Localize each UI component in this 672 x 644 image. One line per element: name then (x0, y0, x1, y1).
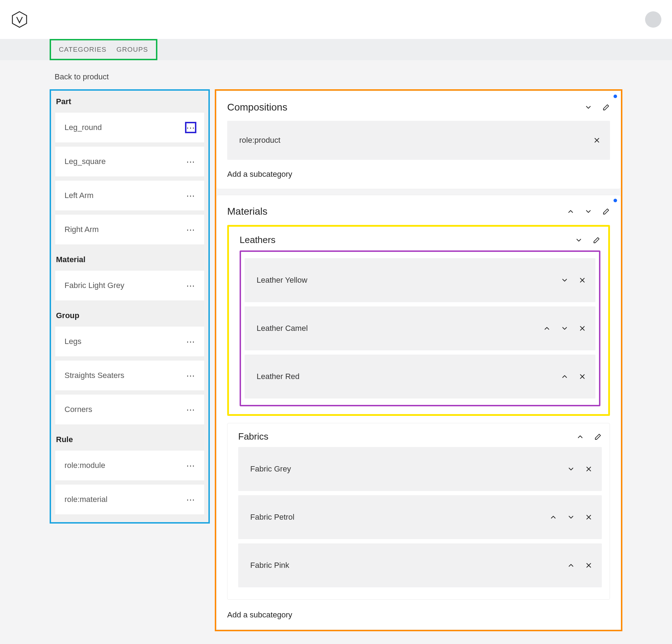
sidebar-item-label: role:module (65, 461, 105, 470)
more-icon[interactable]: ··· (185, 494, 196, 505)
sidebar-section-title: Part (51, 91, 208, 113)
item-label: Fabric Grey (250, 464, 291, 474)
item-close-icon[interactable] (585, 561, 593, 569)
subcategory-title: Fabrics (238, 431, 268, 442)
sidebar-item[interactable]: Leg_round··· (55, 113, 204, 142)
more-icon[interactable]: ··· (185, 156, 196, 167)
add-subcategory[interactable]: Add a subcategory (227, 170, 292, 179)
subcategory: FabricsFabric GreyFabric PetrolFabric Pi… (227, 423, 610, 600)
sidebar-item[interactable]: Leg_square··· (55, 147, 204, 176)
item-down-icon[interactable] (561, 276, 569, 284)
panel: Compositionsrole:productAdd a subcategor… (216, 91, 621, 189)
panel-edit-icon[interactable] (602, 103, 610, 111)
sidebar-item[interactable]: Left Arm··· (55, 181, 204, 210)
sidebar-item-label: Legs (65, 337, 82, 346)
more-icon[interactable]: ··· (185, 460, 196, 471)
panel-head: Compositions (227, 102, 610, 113)
more-icon[interactable]: ··· (185, 224, 196, 235)
item-row[interactable]: Fabric Pink (238, 543, 602, 587)
chip-label: role:product (239, 136, 280, 145)
subcategory: LeathersLeather YellowLeather CamelLeath… (227, 225, 610, 416)
item-row[interactable]: Leather Camel (245, 306, 595, 350)
item-close-icon[interactable] (578, 276, 586, 284)
more-icon[interactable]: ··· (185, 404, 196, 415)
svg-marker-2 (12, 12, 27, 27)
item-close-icon[interactable] (578, 373, 586, 380)
more-icon[interactable]: ··· (185, 336, 196, 347)
sidebar-item-label: Right Arm (65, 225, 99, 234)
item-actions (543, 324, 586, 332)
chip-close-icon[interactable] (593, 136, 601, 144)
item-label: Fabric Petrol (250, 513, 295, 522)
item-row[interactable]: Fabric Grey (238, 447, 602, 491)
sidebar-item[interactable]: role:material··· (55, 485, 204, 514)
panel-up-icon[interactable] (567, 208, 575, 215)
item-up-icon[interactable] (549, 513, 557, 521)
panel-edit-icon[interactable] (602, 208, 610, 215)
panel-actions (567, 208, 610, 215)
sidebar-item[interactable]: role:module··· (55, 451, 204, 480)
more-icon[interactable]: ··· (185, 190, 196, 201)
item-actions (549, 513, 593, 521)
change-indicator-dot (614, 95, 617, 98)
item-actions (567, 561, 593, 569)
back-link[interactable]: Back to product (50, 72, 109, 89)
avatar[interactable] (645, 11, 661, 28)
item-up-icon[interactable] (567, 561, 575, 569)
sidebar-section-title: Rule (51, 429, 208, 451)
panel-title: Compositions (227, 102, 287, 113)
subcat-up-icon[interactable] (576, 433, 584, 441)
item-row[interactable]: Leather Red (245, 355, 595, 399)
topbar (0, 0, 672, 39)
sidebar-item-label: Fabric Light Grey (65, 281, 124, 290)
sidebar-item[interactable]: Corners··· (55, 395, 204, 424)
item-row[interactable]: Leather Yellow (245, 258, 595, 302)
add-subcategory[interactable]: Add a subcategory (227, 610, 292, 620)
item-close-icon[interactable] (585, 465, 593, 473)
item-down-icon[interactable] (567, 465, 575, 473)
item-row[interactable]: Fabric Petrol (238, 495, 602, 539)
item-close-icon[interactable] (578, 324, 586, 332)
subcategory-items-highlight: Leather YellowLeather CamelLeather Red (240, 250, 600, 406)
subcategory-head: Fabrics (238, 431, 602, 442)
app-logo (11, 11, 28, 28)
item-down-icon[interactable] (561, 324, 569, 332)
panel: MaterialsLeathersLeather YellowLeather C… (216, 195, 621, 630)
sidebar-item-label: Straights Seaters (65, 371, 124, 380)
sidebar-item[interactable]: Fabric Light Grey··· (55, 271, 204, 300)
sidebar-section-title: Group (51, 305, 208, 327)
more-icon[interactable]: ··· (185, 370, 196, 381)
item-label: Fabric Pink (250, 561, 289, 570)
item-label: Leather Camel (257, 324, 308, 333)
subcat-edit-icon[interactable] (594, 433, 602, 441)
sidebar-item[interactable]: Straights Seaters··· (55, 361, 204, 390)
subcat-down-icon[interactable] (575, 236, 583, 244)
sidebar-section-title: Material (51, 249, 208, 271)
sidebar-item-label: Leg_square (65, 157, 106, 166)
item-up-icon[interactable] (561, 373, 569, 380)
item-label: Leather Red (257, 372, 299, 381)
sidebar-item-label: Corners (65, 405, 92, 414)
panel-actions (584, 103, 610, 111)
item-down-icon[interactable] (567, 513, 575, 521)
subcategory-actions (575, 236, 600, 244)
main-panel: Compositionsrole:productAdd a subcategor… (215, 89, 622, 631)
tab-categories[interactable]: CATEGORIES (54, 46, 112, 53)
tab-groups[interactable]: GROUPS (112, 46, 153, 53)
item-up-icon[interactable] (543, 324, 551, 332)
chip-actions (593, 136, 601, 144)
item-actions (567, 465, 593, 473)
more-icon[interactable]: ··· (185, 122, 196, 133)
sidebar: PartLeg_round···Leg_square···Left Arm···… (50, 89, 210, 524)
sidebar-item[interactable]: Right Arm··· (55, 215, 204, 244)
item-close-icon[interactable] (585, 513, 593, 521)
more-icon[interactable]: ··· (185, 280, 196, 291)
subcategory-title: Leathers (240, 235, 275, 245)
chip-row[interactable]: role:product (227, 121, 610, 160)
sidebar-item[interactable]: Legs··· (55, 327, 204, 356)
item-actions (561, 373, 586, 380)
panel-down-icon[interactable] (584, 208, 592, 215)
panel-down-icon[interactable] (584, 103, 592, 111)
subcat-edit-icon[interactable] (593, 236, 600, 244)
sidebar-item-label: role:material (65, 495, 107, 504)
